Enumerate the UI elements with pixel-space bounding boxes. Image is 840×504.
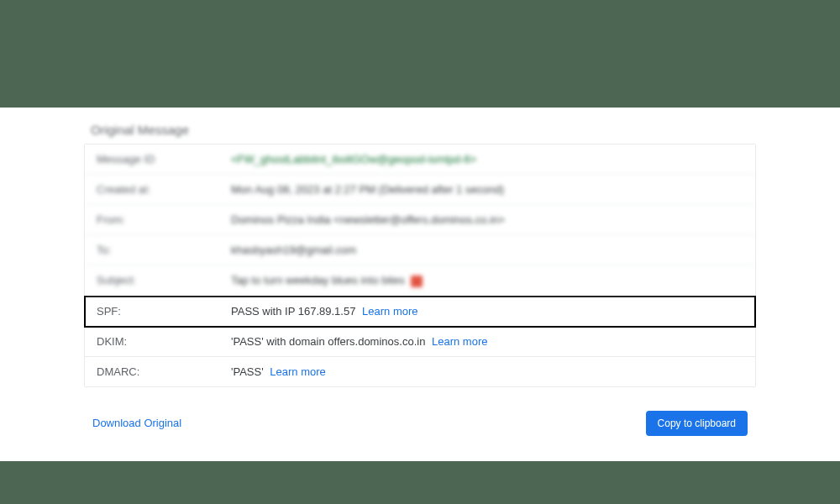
dmarc-learn-more-link[interactable]: Learn more [270,365,325,378]
label-from: From: [97,213,231,226]
emoji-icon [411,276,423,287]
top-background [0,0,840,108]
label-subject: Subject: [97,274,231,286]
spf-text: PASS with IP 167.89.1.57 [231,305,355,318]
row-message-id: Message ID <FW_ghostLabbitnt_iboltGOw@ge… [85,144,755,175]
message-panel: Original Message Message ID <FW_ghostLab… [0,108,840,461]
row-subject: Subject: Tap to turn weekday blues into … [85,265,755,297]
label-to: To: [97,244,231,256]
row-to: To: khasbyash19@gmail.com [85,235,755,265]
row-spf: SPF: PASS with IP 167.89.1.57 Learn more [85,297,755,327]
dkim-text: 'PASS' with domain offers.dominos.co.in [231,335,425,348]
value-spf: PASS with IP 167.89.1.57 Learn more [231,305,743,318]
value-dmarc: 'PASS' Learn more [231,365,743,378]
label-dmarc: DMARC: [97,365,231,378]
label-dkim: DKIM: [97,335,231,348]
row-dmarc: DMARC: 'PASS' Learn more [85,357,755,386]
label-spf: SPF: [97,305,231,318]
label-created-at: Created at: [97,183,231,196]
actions-bar: Download Original Copy to clipboard [84,411,756,436]
dkim-learn-more-link[interactable]: Learn more [432,335,487,348]
value-message-id: <FW_ghostLabbitnt_iboltGOw@geopod-ismtpd… [231,153,743,165]
subject-text: Tap to turn weekday blues into bites [231,274,405,286]
copy-to-clipboard-button[interactable]: Copy to clipboard [646,411,748,436]
value-to: khasbyash19@gmail.com [231,244,743,256]
value-dkim: 'PASS' with domain offers.dominos.co.in … [231,335,743,348]
spf-learn-more-link[interactable]: Learn more [362,305,417,318]
panel-title: Original Message [84,123,756,137]
row-dkim: DKIM: 'PASS' with domain offers.dominos.… [85,327,755,357]
row-from: From: Dominos Pizza India <newsletter@of… [85,205,755,235]
label-message-id: Message ID [97,153,231,165]
dmarc-text: 'PASS' [231,365,264,378]
value-created-at: Mon Aug 08, 2023 at 2:27 PM (Delivered a… [231,183,743,196]
download-original-link[interactable]: Download Original [92,417,181,429]
message-headers-table: Message ID <FW_ghostLabbitnt_iboltGOw@ge… [84,144,756,387]
value-subject: Tap to turn weekday blues into bites [231,274,743,287]
bottom-background [0,461,840,504]
value-from: Dominos Pizza India <newsletter@offers.d… [231,213,743,226]
row-created-at: Created at: Mon Aug 08, 2023 at 2:27 PM … [85,175,755,205]
